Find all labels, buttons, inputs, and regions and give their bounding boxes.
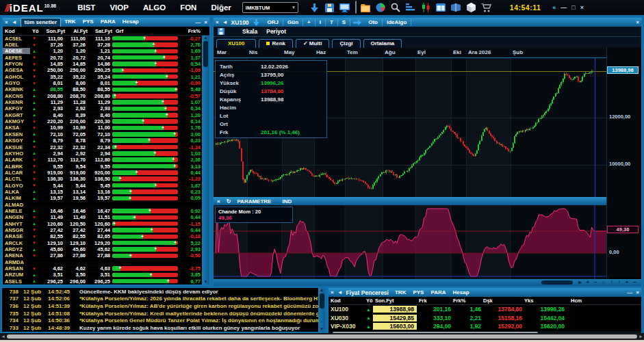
down-arrow-icon[interactable] [309,2,320,13]
save-icon[interactable] [218,28,224,35]
menu-fon[interactable]: FON [180,3,196,12]
watchlist-scrollbar[interactable]: ▲ ▼ [202,36,209,285]
cube-icon[interactable] [465,2,477,13]
watchlist-tab-pys[interactable]: PYS [79,18,97,27]
watchlist-tab-trk[interactable]: TRK [61,18,79,27]
table-row[interactable]: ALBRK▼9,559,549,55+3,13 [3,163,202,170]
candlestick-icon[interactable] [420,2,432,13]
symbol-code[interactable]: AGYO [3,80,30,86]
symbol-code[interactable]: ADEL [3,42,30,48]
table-row[interactable]: ALKA▲13,1513,1413,16+0,23 [3,189,202,195]
scale-up-icon[interactable]: ↑ [618,280,621,285]
chart-tool-idealgo[interactable]: ideAlgo [383,19,411,26]
chart-tab-multi[interactable]: ✓Multi [296,39,329,48]
symbol-code[interactable]: AFYON [3,61,30,67]
menu-algo[interactable]: ALGO [143,3,166,12]
news-row[interactable]: 73412 Şub14:50:36*Kütahya Porselen Genel… [2,317,318,324]
close-icon[interactable]: × [636,288,639,297]
menu-viop[interactable]: VIOP [110,3,128,12]
symbol-code[interactable]: AKGRT [3,112,30,118]
news-row[interactable]: 73812 Şub14:52:45Güncelleme- KKM bakiyes… [2,288,318,295]
table-row[interactable]: ADESE▲1,201,201,21+1,69 [3,49,202,55]
table-row[interactable]: AKFGY▲2,932,922,93+0,34 [3,106,202,112]
scroll-thumb[interactable] [320,293,324,308]
main-hscrollbar[interactable]: ◂ ▸ [0,333,644,340]
table-row[interactable]: ANSGR▼27,4227,4227,44+0,44 [3,227,202,233]
symbol-code[interactable]: AKFGY [3,105,30,111]
symbol-combobox[interactable]: IMKBTUM ▾ [242,2,298,13]
table-row[interactable]: ARDYZ▲45,6045,6045,62+2,93 [3,246,202,252]
table-row[interactable]: ALCAR▼919,00919,00920,00+0,44 [3,170,202,176]
chart-tab-renk[interactable]: Renk [259,39,293,48]
symbol-code[interactable]: ALARK [3,157,30,163]
chart-tool-gün[interactable]: Gün [283,19,303,26]
column-header-alfyt[interactable]: Al.Fyt [65,28,88,34]
symbol-code[interactable]: ARSAN [3,265,30,272]
symbol-code[interactable]: AKSA [3,124,30,131]
symbol-code[interactable]: AGESA [3,67,30,73]
column-header-grf[interactable]: Grf [112,28,180,34]
back-icon[interactable]: ◄ [337,288,343,297]
scale-up-icon[interactable]: ↑ [610,280,613,285]
symbol-code[interactable]: ARMDA [3,259,30,265]
symbol-code[interactable]: ANGEN [3,214,30,220]
scroll-down-icon[interactable]: ▼ [204,280,208,284]
monitor-icon[interactable] [339,2,350,13]
cart-icon[interactable] [480,2,492,13]
column-header-frk%[interactable]: Frk% [453,298,483,304]
chart-menu-periyot[interactable]: Periyot [266,28,286,35]
table-row[interactable]: VIP-X030▲15603,00294,001,9215292,0015620… [329,322,641,331]
zoom-out-icon[interactable]: − [594,280,597,285]
table-row[interactable]: ASELS▲296,25296,00296,25+0,77 [3,278,202,285]
symbol-code[interactable]: ALBRK [3,163,30,170]
scroll-up-icon[interactable]: ▲ [320,288,324,292]
table-row[interactable]: AKSGY▲8,798,788,79+0,23 [3,138,202,144]
table-row[interactable]: AGYO▼8,018,008,01+-0,99 [3,80,202,86]
symbol-code[interactable]: ALCAR [3,170,30,176]
table-row[interactable]: AGESA▼250,00250,00250,25+-1,09 [3,68,202,74]
folder-icon[interactable] [360,2,372,13]
hscroll-thumb[interactable] [541,280,573,285]
watchlist-tab-hesap[interactable]: Hesap [119,18,142,27]
table-row[interactable]: AKCNS▲208,80208,70208,80+-0,57 [3,93,202,99]
zoom-in-icon[interactable]: + [586,280,589,285]
table-row[interactable]: ARSAN▼4,624,624,63+-3,75 [3,265,202,272]
price-window-tab-pys[interactable]: PYS [409,289,427,297]
pie-chart-icon[interactable] [375,2,387,13]
close-icon[interactable]: × [204,18,207,27]
window-icon[interactable] [435,2,447,13]
table-row[interactable]: AKMGY▼220,20220,00220,30+0,14 [3,118,202,124]
column-header-sonfyt[interactable]: Son.Fyt [40,28,65,34]
table-row[interactable]: ARMDA [3,259,202,265]
column-header-kod[interactable]: Kod [3,28,32,34]
chart-tool-+[interactable]: + [303,19,315,26]
symbol-code[interactable]: AKSGY [3,137,30,144]
symbol-code[interactable]: AKYHO [3,150,30,157]
reset-zoom-icon[interactable]: ○ [602,280,606,285]
symbol-code[interactable]: AGHOL [3,74,30,80]
right-arrow-icon[interactable] [353,20,361,25]
symbol-code[interactable]: ARENA [3,252,30,259]
chart-tool-i[interactable]: I [315,19,326,26]
chart-tab-çizgi[interactable]: Çizgi [332,39,360,48]
symbol-code[interactable]: AKSUE [3,144,30,150]
table-row[interactable]: XU100▲13988,98201,161,4613784,8013996,26 [329,305,641,314]
save-icon[interactable] [324,2,335,13]
table-row[interactable]: AKBNK▲88,5588,5088,55+5,48 [3,87,202,93]
back-icon[interactable]: ◄ [12,18,17,27]
table-row[interactable]: AKSEN▲72,1072,0572,10+3,00 [3,131,202,137]
chart-tool-t[interactable]: T [326,19,338,26]
levels-icon[interactable] [405,2,417,13]
table-row[interactable]: ADEL▼37,2637,2637,28+2,76 [3,42,202,48]
symbol-code[interactable]: ANELE [3,208,30,214]
column-header-frk[interactable]: Frk [419,298,453,304]
symbol-code[interactable]: ACSEL [3,36,30,42]
table-row[interactable]: ALMAD [3,202,202,208]
symbol-code[interactable]: ALGYO [3,183,30,189]
close-icon[interactable]: × [636,18,639,27]
hscroll-thumb[interactable] [7,334,638,339]
table-row[interactable]: ARENA▼27,8627,8627,88+-0,50 [3,253,202,259]
symbol-code[interactable]: AKENR [3,99,30,105]
symbol-code[interactable]: AKMGY [3,118,30,124]
column-header-kod[interactable]: Kod [329,298,366,304]
